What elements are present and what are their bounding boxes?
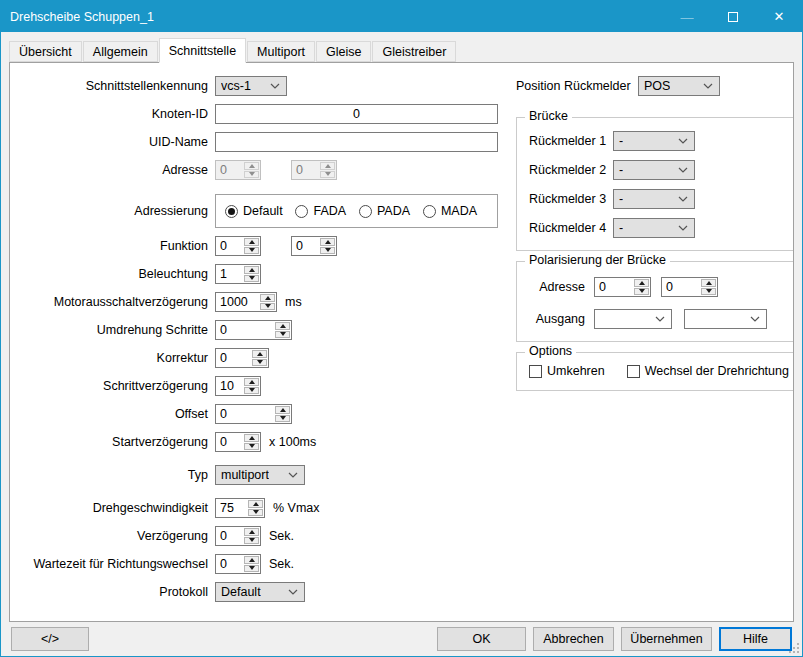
- spinner-up-icon[interactable]: [320, 238, 335, 246]
- spinner-up-icon[interactable]: [275, 406, 290, 414]
- spinner-value[interactable]: 1000: [216, 293, 260, 311]
- funktion-spinner-2[interactable]: 0: [291, 236, 337, 256]
- spinner-value[interactable]: 0: [595, 278, 634, 296]
- chevron-down-icon: [270, 83, 280, 89]
- spinner-up-icon[interactable]: [244, 434, 259, 442]
- ausgang-select-2[interactable]: [684, 309, 767, 329]
- spinner-value[interactable]: 10: [216, 377, 244, 395]
- spinner-up-icon[interactable]: [260, 294, 275, 302]
- tab-schnittstelle[interactable]: Schnittstelle: [159, 38, 246, 63]
- chevron-down-icon: [678, 138, 688, 144]
- tab-multiport[interactable]: Multiport: [247, 41, 315, 62]
- rueckmelder-4-select[interactable]: -: [613, 218, 695, 238]
- spinner-up-icon[interactable]: [275, 322, 290, 330]
- drehgeschwindigkeit-spinner[interactable]: 75: [215, 498, 265, 518]
- apply-button[interactable]: Übernehmen: [621, 627, 712, 651]
- schnittstellenkennung-select[interactable]: vcs-1: [215, 76, 287, 96]
- funktion-spinner-1[interactable]: 0: [215, 236, 261, 256]
- spinner-value[interactable]: 0: [292, 237, 320, 255]
- spinner-value[interactable]: 0: [216, 433, 244, 451]
- window-title: Drehscheibe Schuppen_1: [1, 10, 154, 24]
- rueckmelder-2-select[interactable]: -: [613, 160, 695, 180]
- tab-label: Gleistreiber: [382, 45, 446, 59]
- spinner-value[interactable]: 75: [216, 499, 248, 517]
- position-rueckmelder-select[interactable]: POS: [638, 76, 720, 96]
- spinner-value[interactable]: 0: [216, 349, 252, 367]
- ok-button[interactable]: OK: [437, 627, 526, 651]
- spinner-value[interactable]: 0: [216, 237, 244, 255]
- spinner-up-icon[interactable]: [244, 238, 259, 246]
- spinner-down-icon[interactable]: [275, 415, 290, 423]
- wartezeit-spinner[interactable]: 0: [215, 554, 261, 574]
- close-button[interactable]: ✕: [756, 1, 802, 32]
- schrittverzoegerung-spinner[interactable]: 10: [215, 376, 261, 396]
- spinner-value[interactable]: 0: [216, 555, 244, 573]
- umdrehung-schritte-spinner[interactable]: 0: [215, 320, 292, 340]
- offset-spinner[interactable]: 0: [215, 404, 292, 424]
- typ-select[interactable]: multiport: [215, 465, 305, 485]
- radio-mada[interactable]: MADA: [423, 204, 477, 218]
- cancel-button[interactable]: Abbrechen: [533, 627, 614, 651]
- motorausschaltverzoegerung-spinner[interactable]: 1000: [215, 292, 277, 312]
- spinner-down-icon[interactable]: [275, 331, 290, 339]
- minimize-button[interactable]: —: [664, 1, 710, 32]
- korrektur-spinner[interactable]: 0: [215, 348, 269, 368]
- spinner-down-icon[interactable]: [244, 387, 259, 395]
- startverzoegerung-label: Startverzögerung: [20, 435, 208, 449]
- umkehren-checkbox[interactable]: Umkehren: [529, 364, 605, 378]
- spinner-value[interactable]: 0: [662, 278, 701, 296]
- spinner-value[interactable]: 0: [216, 321, 275, 339]
- spinner-down-icon[interactable]: [244, 247, 259, 255]
- protokoll-select[interactable]: Default: [215, 582, 305, 602]
- spinner-down-icon[interactable]: [244, 275, 259, 283]
- spinner-down-icon[interactable]: [320, 247, 335, 255]
- window-controls: — ✕: [664, 1, 802, 32]
- spinner-up-icon[interactable]: [634, 279, 649, 287]
- spinner-up-icon[interactable]: [244, 556, 259, 564]
- spinner-up-icon[interactable]: [244, 528, 259, 536]
- radio-default[interactable]: Default: [225, 204, 283, 218]
- tab-gleistreiber[interactable]: Gleistreiber: [372, 41, 456, 62]
- rueckmelder-1-select[interactable]: -: [613, 131, 695, 151]
- tab-gleise[interactable]: Gleise: [316, 41, 371, 62]
- position-rueckmelder-label: Position Rückmelder: [516, 79, 638, 93]
- spinner-value[interactable]: 0: [216, 405, 275, 423]
- chevron-down-icon: [678, 225, 688, 231]
- spinner-up-icon[interactable]: [252, 350, 267, 358]
- tab-allgemein[interactable]: Allgemein: [83, 41, 158, 62]
- wechsel-drehrichtung-checkbox[interactable]: Wechsel der Drehrichtung: [627, 364, 789, 378]
- rueckmelder-3-select[interactable]: -: [613, 189, 695, 209]
- polarisierung-adresse-spinner-1[interactable]: 0: [594, 277, 651, 297]
- spinner-down-icon[interactable]: [260, 303, 275, 311]
- help-button[interactable]: Hilfe: [719, 627, 792, 651]
- ausgang-select-1[interactable]: [594, 309, 672, 329]
- spinner-down-icon[interactable]: [248, 509, 263, 517]
- uid-name-input[interactable]: [215, 132, 498, 152]
- spinner-down-icon[interactable]: [244, 537, 259, 545]
- code-view-button[interactable]: </>: [11, 627, 89, 651]
- titlebar[interactable]: Drehscheibe Schuppen_1 — ✕: [1, 1, 802, 32]
- spinner-down-icon[interactable]: [244, 565, 259, 573]
- spinner-value[interactable]: 0: [216, 527, 244, 545]
- spinner-up-icon[interactable]: [701, 279, 716, 287]
- spinner-up-icon[interactable]: [244, 378, 259, 386]
- radio-fada[interactable]: FADA: [295, 204, 346, 218]
- adresse-label: Adresse: [20, 163, 208, 177]
- maximize-button[interactable]: [710, 1, 756, 32]
- resize-grip-icon[interactable]: [788, 642, 800, 654]
- spinner-up-icon[interactable]: [244, 266, 259, 274]
- spinner-down-icon[interactable]: [701, 288, 716, 296]
- radio-pada[interactable]: PADA: [359, 204, 410, 218]
- beleuchtung-spinner[interactable]: 1: [215, 264, 261, 284]
- knoten-id-input[interactable]: 0: [215, 104, 498, 124]
- spinner-down-icon[interactable]: [252, 359, 267, 367]
- spinner-up-icon[interactable]: [248, 500, 263, 508]
- options-group: Options Umkehren Wechsel der Drehrichtun…: [516, 352, 794, 391]
- polarisierung-adresse-spinner-2[interactable]: 0: [661, 277, 718, 297]
- verzoegerung-spinner[interactable]: 0: [215, 526, 261, 546]
- tab-uebersicht[interactable]: Übersicht: [9, 41, 82, 62]
- spinner-value[interactable]: 1: [216, 265, 244, 283]
- spinner-down-icon[interactable]: [634, 288, 649, 296]
- spinner-down-icon[interactable]: [244, 443, 259, 451]
- startverzoegerung-spinner[interactable]: 0: [215, 432, 261, 452]
